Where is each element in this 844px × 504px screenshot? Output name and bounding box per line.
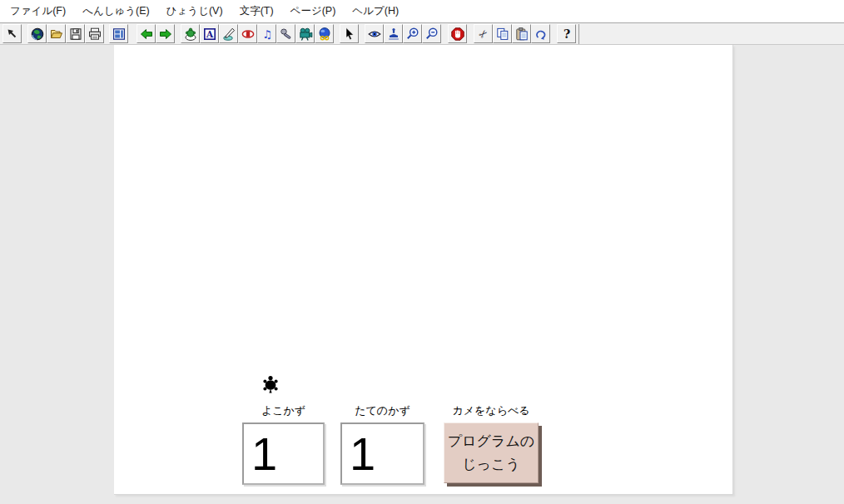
toolbar-group-6 <box>365 24 441 43</box>
toolbar: A♫✂? <box>0 22 844 45</box>
turtle-sprite[interactable] <box>261 374 281 394</box>
toolbar-button-world[interactable] <box>27 24 47 43</box>
vertical-count-field[interactable]: 1 <box>340 422 424 485</box>
printer-icon <box>87 27 102 42</box>
toolbar-button-view[interactable] <box>365 24 384 43</box>
svg-text:✂: ✂ <box>476 27 491 42</box>
toolbar-button-cut[interactable]: ✂ <box>474 24 493 43</box>
toolbar-button-stamp-tool[interactable] <box>384 24 403 43</box>
green-arrow-left-icon <box>139 27 154 42</box>
toolbar-button-paste[interactable] <box>512 24 531 43</box>
toolbar-button-page-forward[interactable] <box>156 24 175 43</box>
toolbar-button-button-tool[interactable] <box>238 24 257 43</box>
menu-item-5[interactable]: ヘルプ(H) <box>344 0 407 22</box>
open-folder-icon <box>49 27 64 42</box>
clipboard-paste-icon <box>514 27 529 42</box>
floppy-disk-icon <box>68 27 83 42</box>
run-program-label: カメをならべる <box>444 403 539 418</box>
menu-bar: ファイル(F)へんしゅう(E)ひょうじ(V)文字(T)ページ(P)ヘルプ(H) <box>0 0 844 22</box>
eye-icon <box>367 27 382 42</box>
blue-sphere-icon <box>317 27 332 42</box>
toolbar-button-zoom-out[interactable] <box>422 24 441 43</box>
svg-text:A: A <box>205 29 213 39</box>
toolbar-button-copy[interactable] <box>493 24 512 43</box>
nw-arrow-icon <box>5 27 20 42</box>
turtle-icon <box>183 27 198 42</box>
toolbar-button-undo[interactable] <box>531 24 550 43</box>
vertical-count-label: たてのかず <box>340 403 424 418</box>
svg-text:♫: ♫ <box>262 27 272 40</box>
run-program-button[interactable]: プログラムの じっこう <box>444 422 539 483</box>
toolbar-group-8: ✂ <box>474 24 550 43</box>
toolbar-button-record-tool[interactable] <box>276 24 295 43</box>
toolbar-button-open[interactable] <box>47 24 66 43</box>
toolbar-button-page-layout[interactable] <box>109 24 128 43</box>
svg-text:?: ? <box>563 27 569 41</box>
music-note-icon: ♫ <box>260 27 275 42</box>
stop-hand-icon <box>450 27 465 42</box>
menu-item-4[interactable]: ページ(P) <box>282 0 345 22</box>
toolbar-group-0 <box>2 24 22 43</box>
toolbar-group-4: A♫ <box>181 24 334 43</box>
toolbar-button-movie-tool[interactable] <box>295 24 315 43</box>
horizontal-count-label: よこかず <box>242 403 325 418</box>
toolbar-group-1 <box>27 24 104 43</box>
undo-arrow-icon <box>534 27 549 42</box>
toolbar-button-link-tool[interactable] <box>315 24 334 43</box>
toolbar-button-jump-origin[interactable] <box>2 24 22 43</box>
menu-item-3[interactable]: 文字(T) <box>231 0 282 22</box>
layout-table-icon <box>112 27 127 42</box>
toolbar-group-5 <box>340 24 359 43</box>
toolbar-button-text-tool[interactable]: A <box>200 24 219 43</box>
movie-camera-icon <box>298 27 313 42</box>
stamp-icon <box>386 27 401 42</box>
toolbar-button-sound-tool[interactable]: ♫ <box>257 24 276 43</box>
turtle-icon <box>261 374 281 394</box>
pen-pad-icon <box>221 27 236 42</box>
toolbar-group-2 <box>109 24 128 43</box>
red-capsule-icon <box>241 27 256 42</box>
toolbar-end-divider <box>578 24 579 44</box>
toolbar-button-select-tool[interactable] <box>340 24 359 43</box>
menu-item-1[interactable]: へんしゅう(E) <box>74 0 158 22</box>
magnifier-plus-icon <box>405 27 420 42</box>
run-button-line2: じっこう <box>462 453 520 476</box>
toolbar-button-save[interactable] <box>66 24 85 43</box>
question-mark-icon: ? <box>559 27 574 42</box>
letter-a-box-icon: A <box>202 27 217 42</box>
toolbar-button-help[interactable]: ? <box>557 24 576 43</box>
toolbar-button-draw-tool[interactable] <box>219 24 238 43</box>
scissors-icon: ✂ <box>476 27 491 42</box>
microphone-icon <box>279 27 294 42</box>
horizontal-count-field[interactable]: 1 <box>242 422 325 485</box>
menu-item-2[interactable]: ひょうじ(V) <box>158 0 231 22</box>
toolbar-group-7 <box>448 24 467 43</box>
toolbar-button-turtle-tool[interactable] <box>181 24 200 43</box>
toolbar-group-9: ? <box>557 24 576 43</box>
toolbar-group-3 <box>137 24 175 43</box>
desktop-background: よこかず たてのかず カメをならべる 1 1 プログラムの じっこう <box>0 45 844 504</box>
copy-pages-icon <box>495 27 510 42</box>
magnifier-minus-icon <box>424 27 439 42</box>
page-canvas[interactable]: よこかず たてのかず カメをならべる 1 1 プログラムの じっこう <box>114 45 733 495</box>
toolbar-button-print[interactable] <box>85 24 104 43</box>
menu-item-0[interactable]: ファイル(F) <box>2 0 74 22</box>
toolbar-button-page-back[interactable] <box>137 24 156 43</box>
globe-icon <box>30 27 45 42</box>
toolbar-button-stop[interactable] <box>448 24 467 43</box>
toolbar-button-zoom-in[interactable] <box>403 24 422 43</box>
cursor-pointer-icon <box>342 27 357 42</box>
green-arrow-right-icon <box>158 27 173 42</box>
run-button-line1: プログラムの <box>448 430 534 452</box>
